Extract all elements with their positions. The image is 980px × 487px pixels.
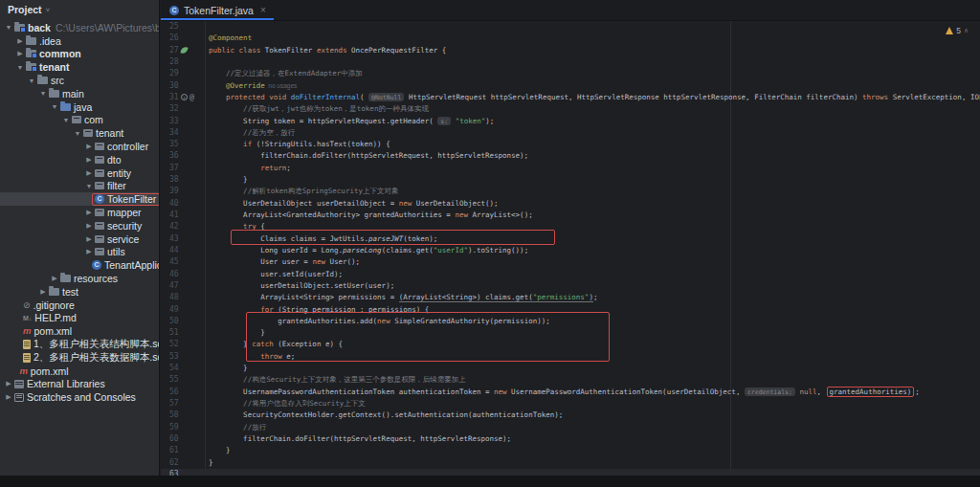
- code-line-29[interactable]: 29 //定义过滤器，在ExtendAdapter中添加: [161, 68, 980, 79]
- line-number[interactable]: 42: [169, 221, 179, 232]
- chevron-expanded-icon[interactable]: ▼: [14, 64, 26, 71]
- code-line-32[interactable]: 32 //获取jwt，jwt也称为token，是token的一种具体实现: [161, 103, 980, 115]
- tree-item-external-libraries[interactable]: ▶External Libraries: [0, 378, 159, 391]
- code-line-36[interactable]: 36 filterChain.doFilter(httpServletReque…: [161, 150, 980, 162]
- code-line-52[interactable]: 52 } catch (Exception e) {: [161, 339, 980, 350]
- line-number[interactable]: 28: [169, 56, 179, 68]
- chevron-expanded-icon[interactable]: ▼: [49, 103, 60, 110]
- code-line-25[interactable]: 25: [161, 21, 980, 33]
- chevron-collapsed-icon[interactable]: ▶: [83, 248, 95, 255]
- line-number[interactable]: 38: [169, 174, 179, 186]
- tree-item-com[interactable]: ▼com: [0, 114, 159, 127]
- code-line-62[interactable]: 62}: [161, 457, 980, 469]
- code-line-51[interactable]: 51 }: [161, 327, 980, 339]
- overriding-method-icon[interactable]: ↑: [181, 94, 188, 100]
- line-number[interactable]: 44: [169, 245, 179, 256]
- code-line-63[interactable]: 63: [161, 469, 980, 476]
- code-line-43[interactable]: 43 Claims claims = JwtUtils.parseJWT(tok…: [161, 233, 980, 245]
- chevron-collapsed-icon[interactable]: ▶: [83, 209, 95, 216]
- tree-item-common[interactable]: ▶common: [0, 48, 159, 61]
- line-number[interactable]: 25: [169, 21, 179, 33]
- tree-item-mapper[interactable]: ▶mapper: [0, 206, 159, 219]
- tree-item-resources[interactable]: ▶resources: [0, 272, 159, 285]
- line-number[interactable]: 50: [169, 316, 179, 327]
- chevron-expanded-icon[interactable]: ▼: [60, 117, 72, 123]
- chevron-expanded-icon[interactable]: ▼: [83, 183, 95, 189]
- line-number[interactable]: 63: [169, 469, 179, 476]
- code-line-30[interactable]: 30 @Override no usages: [161, 80, 980, 92]
- line-number[interactable]: 57: [169, 398, 179, 410]
- line-number[interactable]: 40: [169, 198, 179, 210]
- chevron-collapsed-icon[interactable]: ▶: [37, 288, 49, 296]
- code-editor[interactable]: 2526@Component27public class TokenFilter…: [161, 21, 980, 476]
- line-number[interactable]: 52: [169, 339, 179, 350]
- spring-bean-icon[interactable]: [181, 46, 188, 55]
- tab-tokenfilter-java[interactable]: C TokenFilter.java ×: [161, 0, 274, 20]
- code-line-55[interactable]: 55 //构造Security上下文对象，这里第三个参数是权限，后续需要加上: [161, 374, 980, 386]
- code-line-60[interactable]: 60 filterChain.doFilter(httpServletReque…: [161, 433, 980, 445]
- project-panel-header[interactable]: Project ˅: [0, 0, 159, 19]
- close-icon[interactable]: ×: [260, 5, 266, 15]
- line-number[interactable]: 32: [169, 103, 179, 115]
- code-line-26[interactable]: 26@Component: [161, 33, 980, 44]
- tree-item-controller[interactable]: ▶controller: [0, 140, 159, 153]
- code-line-37[interactable]: 37 return;: [161, 163, 980, 174]
- tree-item-dto[interactable]: ▶dto: [0, 153, 159, 166]
- tree-item-tenant[interactable]: ▼tenant: [0, 126, 159, 140]
- code-line-58[interactable]: 58 SecurityContextHolder.getContext().se…: [161, 410, 980, 421]
- code-line-49[interactable]: 49 for (String permission : permissions)…: [161, 304, 980, 316]
- chevron-collapsed-icon[interactable]: ▶: [83, 143, 95, 150]
- line-number[interactable]: 62: [169, 457, 179, 469]
- tree-item-src[interactable]: ▼src: [0, 74, 159, 87]
- tree-item-filter[interactable]: ▼filter: [0, 180, 159, 193]
- line-number[interactable]: 35: [169, 139, 179, 150]
- code-line-33[interactable]: 33 String token = httpServletRequest.get…: [161, 116, 980, 127]
- code-line-54[interactable]: 54 }: [161, 363, 980, 374]
- line-number[interactable]: 56: [169, 387, 179, 398]
- line-number[interactable]: 45: [169, 256, 179, 268]
- code-line-40[interactable]: 40 UserDetailObject userDetailObject = n…: [161, 198, 980, 210]
- code-line-34[interactable]: 34 //若为空，放行: [161, 127, 980, 139]
- line-number[interactable]: 47: [169, 280, 179, 292]
- chevron-expanded-icon[interactable]: ▼: [72, 130, 83, 137]
- code-line-27[interactable]: 27public class TokenFilter extends OnceP…: [161, 45, 980, 56]
- chevron-collapsed-icon[interactable]: ▶: [49, 275, 60, 282]
- code-line-45[interactable]: 45 User user = new User();: [161, 256, 980, 268]
- code-line-42[interactable]: 42 try {: [161, 221, 980, 232]
- line-number[interactable]: 55: [169, 374, 179, 386]
- chevron-collapsed-icon[interactable]: ▶: [83, 156, 95, 164]
- tree-item-scratches-and-consoles[interactable]: ▶Scratches and Consoles: [0, 390, 159, 404]
- code-line-47[interactable]: 47 userDetailObject.setUser(user);: [161, 280, 980, 292]
- code-line-28[interactable]: 28: [161, 56, 980, 68]
- chevron-collapsed-icon[interactable]: ▶: [3, 380, 14, 387]
- code-line-35[interactable]: 35 if (!StringUtils.hasText(token)) {: [161, 139, 980, 150]
- code-line-44[interactable]: 44 Long userId = Long.parseLong(claims.g…: [161, 245, 980, 256]
- tree-item-gitignore[interactable]: ⊘.gitignore: [0, 299, 159, 312]
- chevron-collapsed-icon[interactable]: ▶: [83, 169, 95, 177]
- tree-item-pom-xml[interactable]: mpom.xml: [0, 324, 159, 338]
- chevron-expanded-icon[interactable]: ▼: [26, 77, 37, 84]
- line-number[interactable]: 30: [169, 80, 179, 92]
- line-number[interactable]: 29: [169, 68, 179, 79]
- line-number[interactable]: 43: [169, 233, 179, 245]
- code-line-50[interactable]: 50 grantedAuthorities.add(new SimpleGran…: [161, 316, 980, 327]
- gutter-icons[interactable]: ↑@: [181, 93, 194, 102]
- tree-item-main[interactable]: ▼main: [0, 87, 159, 100]
- code-line-39[interactable]: 39 //解析token构造SpringSecurity上下文对象: [161, 186, 980, 197]
- chevron-expanded-icon[interactable]: ▼: [3, 24, 14, 31]
- chevron-collapsed-icon[interactable]: ▶: [3, 393, 14, 401]
- tree-item-tenantapplication[interactable]: CTenantApplication: [0, 258, 159, 272]
- line-number[interactable]: 34: [169, 127, 179, 139]
- code-line-59[interactable]: 59 //放行: [161, 422, 980, 433]
- chevron-collapsed-icon[interactable]: ▶: [14, 50, 26, 57]
- inspections-widget[interactable]: 5 ∧: [946, 26, 969, 35]
- line-number[interactable]: 36: [169, 150, 179, 162]
- code-line-61[interactable]: 61 }: [161, 445, 980, 456]
- annotation-gutter-icon[interactable]: @: [189, 93, 194, 101]
- line-number[interactable]: 49: [169, 304, 179, 316]
- code-line-48[interactable]: 48 ArrayList<String> permissions = (Arra…: [161, 292, 980, 303]
- tree-item-2-sql[interactable]: 2、多租户相关表数据脚本.sql: [0, 351, 159, 365]
- chevron-collapsed-icon[interactable]: ▶: [83, 222, 95, 230]
- tree-item-tokenfilter[interactable]: CTokenFilter: [0, 192, 159, 206]
- line-number[interactable]: 31: [169, 92, 179, 103]
